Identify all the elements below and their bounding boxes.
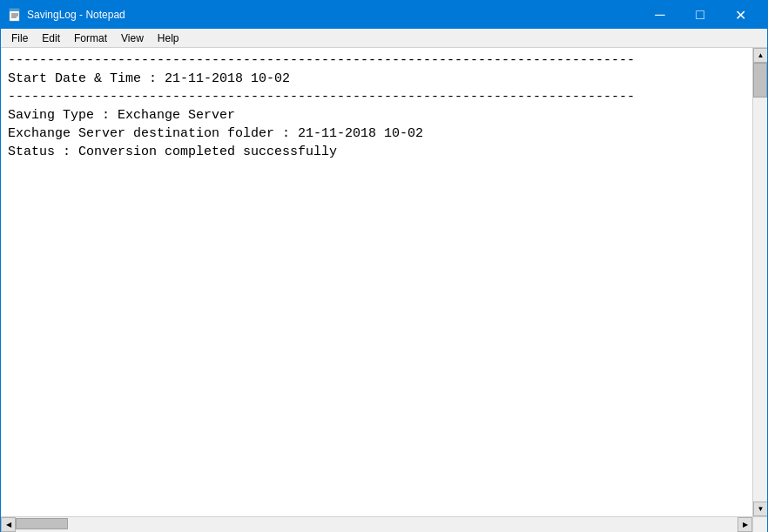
scroll-track-vertical[interactable] (753, 63, 767, 502)
notepad-window: SavingLog - Notepad ─ □ ✕ File Edit Form… (0, 0, 768, 532)
menu-format[interactable]: Format (67, 29, 114, 47)
menu-help[interactable]: Help (151, 29, 186, 47)
notepad-app-icon (8, 8, 22, 22)
text-editor[interactable] (1, 48, 752, 516)
scroll-thumb-horizontal[interactable] (16, 518, 68, 529)
menu-bar: File Edit Format View Help (1, 29, 767, 48)
window-controls: ─ □ ✕ (640, 1, 760, 29)
scrollbar-corner (752, 517, 767, 532)
scroll-track-horizontal[interactable] (16, 517, 738, 532)
scroll-right-button[interactable]: ▶ (738, 517, 752, 532)
maximize-button[interactable]: □ (680, 1, 720, 29)
scroll-up-button[interactable]: ▲ (753, 48, 767, 63)
scroll-left-button[interactable]: ◀ (1, 517, 16, 532)
menu-edit[interactable]: Edit (35, 29, 67, 47)
svg-rect-1 (10, 9, 19, 11)
horizontal-scrollbar[interactable]: ◀ ▶ (1, 517, 752, 532)
window-title: SavingLog - Notepad (27, 9, 125, 21)
title-bar-left: SavingLog - Notepad (8, 8, 125, 22)
minimize-button[interactable]: ─ (640, 1, 680, 29)
title-bar: SavingLog - Notepad ─ □ ✕ (1, 1, 767, 29)
content-area: ▲ ▼ (1, 48, 767, 516)
menu-file[interactable]: File (4, 29, 35, 47)
vertical-scrollbar[interactable]: ▲ ▼ (752, 48, 767, 516)
scroll-thumb-vertical[interactable] (753, 63, 767, 98)
bottom-bar: ◀ ▶ (1, 516, 767, 531)
menu-view[interactable]: View (114, 29, 151, 47)
close-button[interactable]: ✕ (720, 1, 760, 29)
scroll-down-button[interactable]: ▼ (753, 502, 767, 516)
